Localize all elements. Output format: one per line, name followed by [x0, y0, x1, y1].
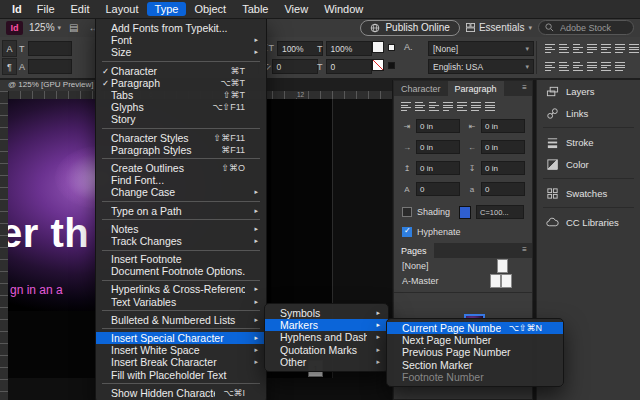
- type-menu-item-font[interactable]: Font▸: [96, 34, 266, 46]
- mini-fill-swatch[interactable]: [388, 44, 395, 51]
- dock-item-layers[interactable]: Layers: [537, 80, 640, 102]
- align-left-icon[interactable]: [401, 101, 411, 112]
- type-menu-item-text-variables[interactable]: Text Variables▸: [96, 296, 266, 308]
- type-menu-item-insert-special-character[interactable]: Insert Special Character▸: [96, 332, 266, 344]
- menubar-item-layout[interactable]: Layout: [97, 2, 146, 16]
- shading-checkbox[interactable]: [402, 207, 412, 217]
- justify-all-icon[interactable]: [629, 43, 639, 54]
- leading-field[interactable]: [28, 59, 72, 74]
- font-size-field[interactable]: [28, 41, 72, 56]
- tracking-field[interactable]: 0: [272, 59, 318, 74]
- type-menu-item-find-font[interactable]: Find Font...: [96, 174, 266, 186]
- menubar-item-file[interactable]: File: [29, 2, 63, 16]
- type-menu-item-show-hidden-characters[interactable]: Show Hidden Characters⌥⌘I: [96, 387, 266, 399]
- mini-stroke-swatch[interactable]: [388, 62, 395, 69]
- align-center-icon[interactable]: [559, 43, 569, 54]
- paragraph-field-input[interactable]: 0 in: [481, 140, 525, 154]
- tab-pages[interactable]: Pages: [394, 243, 434, 258]
- horizontal-scale-field[interactable]: 100%: [326, 41, 372, 56]
- stock-search-field[interactable]: [538, 20, 634, 35]
- justify-left-icon[interactable]: [587, 43, 597, 54]
- view-options-icon[interactable]: ▤: [67, 22, 80, 33]
- markers-item-next-page-number[interactable]: Next Page Number: [387, 334, 563, 346]
- tab-paragraph[interactable]: Paragraph: [448, 81, 504, 96]
- shading-color-dropdown[interactable]: C=100...: [476, 205, 524, 219]
- justify-left-icon[interactable]: [587, 61, 597, 72]
- type-menu-item-character-styles[interactable]: Character Styles⇧⌘F11: [96, 132, 266, 144]
- special-char-item-quotation-marks[interactable]: Quotation Marks▸: [265, 344, 388, 356]
- dock-item-swatches[interactable]: Swatches: [537, 182, 640, 204]
- type-menu-item-paragraph-styles[interactable]: Paragraph Styles⌘F11: [96, 144, 266, 156]
- markers-item-section-marker[interactable]: Section Marker: [387, 359, 563, 371]
- markers-item-current-page-number[interactable]: Current Page Number⌥⇧⌘N: [387, 322, 563, 334]
- type-menu-item-add-fonts-from-typekit[interactable]: Add Fonts from Typekit...: [96, 22, 266, 34]
- hyphenate-checkbox[interactable]: [402, 227, 412, 237]
- dock-item-cc-libraries[interactable]: CC Libraries: [537, 211, 640, 233]
- type-menu-item-insert-white-space[interactable]: Insert White Space▸: [96, 344, 266, 356]
- character-formatting-toggle[interactable]: A: [2, 40, 17, 57]
- type-menu-item-hyperlinks-cross-references[interactable]: Hyperlinks & Cross-References▸: [96, 283, 266, 295]
- type-menu-item-bulleted-numbered-lists[interactable]: Bulleted & Numbered Lists▸: [96, 314, 266, 326]
- paragraph-field-input[interactable]: 0 in: [416, 161, 460, 175]
- type-menu-item-story[interactable]: Story: [96, 113, 266, 125]
- special-char-item-symbols[interactable]: Symbols▸: [265, 307, 388, 319]
- paragraph-field-input[interactable]: 0 in: [481, 119, 525, 133]
- type-menu-item-type-on-a-path[interactable]: Type on a Path▸: [96, 204, 266, 216]
- type-menu-item-paragraph[interactable]: ✓Paragraph⌥⌘T: [96, 77, 266, 89]
- type-menu-item-size[interactable]: Size▸: [96, 46, 266, 58]
- search-input[interactable]: [558, 22, 624, 34]
- panel-menu-icon[interactable]: ≡: [517, 243, 532, 258]
- headline-text-fragment[interactable]: er th: [8, 211, 89, 256]
- paragraph-formatting-toggle[interactable]: ¶: [2, 58, 17, 75]
- special-char-item-other[interactable]: Other▸: [265, 356, 388, 368]
- align-center-icon[interactable]: [559, 61, 569, 72]
- special-char-item-hyphens-and-dashes[interactable]: Hyphens and Dashes▸: [265, 331, 388, 343]
- justify-right-icon[interactable]: [471, 101, 481, 112]
- dock-item-links[interactable]: Links: [537, 102, 640, 124]
- type-menu-item-fill-with-placeholder-text[interactable]: Fill with Placeholder Text: [96, 369, 266, 381]
- type-menu-item-glyphs[interactable]: Glyphs⌥⇧F11: [96, 101, 266, 113]
- dock-item-color[interactable]: Color: [537, 153, 640, 175]
- menubar-item-table[interactable]: Table: [234, 2, 276, 16]
- align-left-icon[interactable]: [545, 43, 555, 54]
- type-menu-item-notes[interactable]: Notes▸: [96, 223, 266, 235]
- type-menu-item-track-changes[interactable]: Track Changes▸: [96, 235, 266, 247]
- type-menu-item-create-outlines[interactable]: Create Outlines⇧⌘O: [96, 162, 266, 174]
- align-center-icon[interactable]: [415, 101, 425, 112]
- menubar-item-type[interactable]: Type: [147, 2, 187, 16]
- justify-center-icon[interactable]: [457, 101, 467, 112]
- fill-swatch[interactable]: [372, 41, 384, 53]
- markers-item-previous-page-number[interactable]: Previous Page Number: [387, 346, 563, 358]
- justify-center-icon[interactable]: [601, 43, 611, 54]
- tab-character[interactable]: Character: [394, 81, 448, 96]
- workspace-switcher[interactable]: Essentials ▾: [466, 22, 532, 33]
- menubar-item-view[interactable]: View: [276, 2, 316, 16]
- justify-left-icon[interactable]: [443, 101, 453, 112]
- type-menu-item-insert-break-character[interactable]: Insert Break Character▸: [96, 356, 266, 368]
- skew-field[interactable]: 0: [326, 59, 372, 74]
- app-logo[interactable]: Id: [5, 3, 29, 15]
- type-menu-item-insert-footnote[interactable]: Insert Footnote: [96, 253, 266, 265]
- align-left-icon[interactable]: [545, 61, 555, 72]
- language-dropdown[interactable]: English: USA: [428, 59, 534, 74]
- type-menu-item-character[interactable]: ✓Character⌘T: [96, 65, 266, 77]
- paragraph-field-input[interactable]: 0 in: [416, 140, 460, 154]
- align-right-icon[interactable]: [429, 101, 439, 112]
- master-row-a-master[interactable]: A-Master: [394, 273, 532, 288]
- vertical-scale-field[interactable]: 100%: [277, 41, 323, 56]
- dock-item-stroke[interactable]: Stroke: [537, 131, 640, 153]
- type-menu-item-tabs[interactable]: Tabs⇧⌘T: [96, 89, 266, 101]
- type-menu-item-change-case[interactable]: Change Case▸: [96, 186, 266, 198]
- master-row-none[interactable]: [None]: [394, 258, 532, 273]
- type-menu-item-document-footnote-options[interactable]: Document Footnote Options...: [96, 265, 266, 277]
- stroke-none-swatch[interactable]: [372, 59, 384, 71]
- menubar-item-object[interactable]: Object: [186, 2, 234, 16]
- paragraph-field-input[interactable]: 0: [416, 182, 460, 196]
- justify-all-icon[interactable]: [485, 101, 495, 112]
- justify-right-icon[interactable]: [615, 61, 625, 72]
- menubar-item-window[interactable]: Window: [316, 2, 371, 16]
- paragraph-field-input[interactable]: 0 in: [416, 119, 460, 133]
- paragraph-field-input[interactable]: 0 in: [481, 161, 525, 175]
- justify-center-icon[interactable]: [601, 61, 611, 72]
- align-right-icon[interactable]: [573, 61, 583, 72]
